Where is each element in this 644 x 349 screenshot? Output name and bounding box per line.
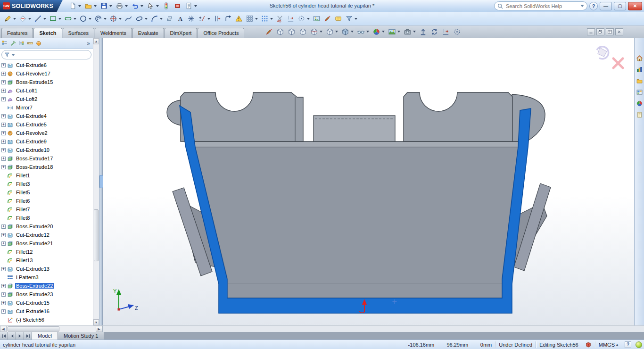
tree-item-cut-extrude9[interactable]: +Cut-Extrude9: [0, 137, 93, 146]
top-left-block[interactable]: [181, 92, 303, 141]
dropdown-arrow-icon[interactable]: [207, 18, 210, 20]
expander-icon[interactable]: +: [1, 284, 6, 288]
file-explorer-button[interactable]: [636, 77, 644, 85]
linear-sketch-pattern-button[interactable]: [244, 13, 259, 25]
tab-sketch[interactable]: Sketch: [33, 28, 62, 38]
extend-entities-button[interactable]: [285, 13, 296, 25]
tree-item-fillet3[interactable]: Fillet3: [0, 180, 93, 188]
restore-document-button[interactable]: [596, 28, 604, 35]
spline-button[interactable]: [123, 13, 134, 25]
tab-model[interactable]: Model: [32, 332, 58, 340]
trim-entities-button[interactable]: [274, 13, 285, 25]
save-button[interactable]: [99, 0, 114, 12]
center-boss[interactable]: [314, 116, 395, 141]
help-search-box[interactable]: [494, 1, 587, 10]
view-settings-button[interactable]: [402, 26, 417, 37]
tree-item-cut-loft2[interactable]: +Cut-Loft2: [0, 95, 93, 103]
confirm-sketch-icon[interactable]: [597, 47, 609, 59]
tree-item-fillet1[interactable]: Fillet1: [0, 171, 93, 180]
zoom-to-fit-button[interactable]: [275, 26, 286, 37]
offset-entities-button[interactable]: [197, 13, 212, 25]
dropdown-arrow-icon[interactable]: [351, 31, 354, 33]
expander-icon[interactable]: +: [1, 241, 6, 246]
dropdown-arrow-icon[interactable]: [43, 18, 46, 20]
expander-icon[interactable]: +: [1, 165, 6, 169]
selection-filter-button[interactable]: [344, 13, 359, 25]
dropdown-arrow-icon[interactable]: [355, 18, 357, 20]
dropdown-arrow-icon[interactable]: [307, 18, 310, 20]
ellipse-button[interactable]: [134, 13, 149, 25]
expander-icon[interactable]: +: [1, 89, 6, 93]
zoom-to-area-button[interactable]: [286, 26, 297, 37]
dropdown-arrow-icon[interactable]: [156, 5, 159, 7]
tree-item-cut-revolve2[interactable]: +Cut-Revolve2: [0, 129, 93, 137]
tab-motion-study-1[interactable]: Motion Study 1: [58, 332, 104, 340]
dropdown-arrow-icon[interactable]: [89, 18, 91, 20]
help-button[interactable]: ?: [589, 2, 598, 10]
undo-button[interactable]: [130, 0, 145, 12]
expander-icon[interactable]: +: [1, 80, 6, 84]
tree-item-fillet8[interactable]: Fillet8: [0, 214, 93, 222]
maximize-button[interactable]: ▢: [614, 2, 626, 10]
normal-to-button[interactable]: [418, 26, 429, 37]
scroll-up-icon[interactable]: ▲: [93, 38, 99, 44]
dropdown-arrow-icon[interactable]: [413, 31, 416, 33]
rear-left-lobe[interactable]: [167, 100, 181, 125]
circle-button[interactable]: [78, 13, 93, 25]
previous-view-button[interactable]: [297, 26, 308, 37]
dropdown-arrow-icon[interactable]: [125, 5, 128, 7]
open-document-button[interactable]: [83, 0, 98, 12]
tree-filter-input[interactable]: [1, 50, 91, 59]
dropdown-arrow-icon[interactable]: [58, 18, 61, 20]
solidworks-resources-button[interactable]: [636, 54, 644, 62]
resource-monitor-icon[interactable]: [636, 341, 642, 348]
rotate-view-button[interactable]: [429, 26, 440, 37]
dropdown-arrow-icon[interactable]: [104, 18, 107, 20]
split-view-button[interactable]: [606, 28, 614, 35]
tree-vertical-scrollbar[interactable]: ▲ ▼: [93, 38, 99, 325]
minimize-document-button[interactable]: [587, 28, 595, 35]
pan-button[interactable]: [440, 26, 451, 37]
propertymanager-tab-button[interactable]: [10, 40, 17, 47]
custom-properties-button[interactable]: [636, 111, 644, 119]
new-document-button[interactable]: [67, 0, 83, 12]
tree-item-cut-revolve17[interactable]: +Cut-Revolve17: [0, 69, 93, 78]
text-button[interactable]: A: [175, 13, 186, 25]
graphics-area[interactable]: Y Z: [103, 38, 634, 325]
expander-icon[interactable]: +: [1, 140, 6, 144]
appearances-scenes-button[interactable]: [636, 100, 644, 108]
hide-show-items-button[interactable]: [355, 26, 371, 37]
tab-weldments[interactable]: Weldments: [95, 28, 132, 38]
body-interior-face[interactable]: [195, 147, 518, 298]
quick-tips-button[interactable]: ?: [621, 341, 635, 348]
construction-geometry-button[interactable]: [296, 13, 311, 25]
unit-system-selector[interactable]: MMGS ▴: [595, 342, 621, 348]
edit-appearance-button[interactable]: [371, 26, 386, 37]
dropdown-arrow-icon[interactable]: [28, 18, 31, 20]
previous-tab-button[interactable]: [8, 332, 16, 340]
modify-sketch-button[interactable]: [333, 13, 344, 25]
tree-item-boss-extrude20[interactable]: +Boss-Extrude20: [0, 222, 93, 231]
tab-evaluate[interactable]: Evaluate: [132, 28, 164, 38]
dropdown-arrow-icon[interactable]: [140, 5, 143, 7]
tab-office-products[interactable]: Office Products: [198, 28, 244, 38]
relations-warning-button[interactable]: [233, 13, 244, 25]
expander-icon[interactable]: +: [1, 224, 6, 229]
scroll-thumb[interactable]: [8, 326, 59, 332]
expander-icon[interactable]: +: [1, 233, 6, 237]
tree-item-boss-extrude17[interactable]: +Boss-Extrude17: [0, 154, 93, 163]
cancel-sketch-icon[interactable]: [613, 58, 623, 68]
tree-item-cut-extrude6[interactable]: +Cut-Extrude6: [0, 61, 93, 69]
tree-item-fillet7[interactable]: Fillet7: [0, 205, 93, 214]
tree-item-cut-extrude13[interactable]: +Cut-Extrude13: [0, 265, 93, 273]
file-properties-button[interactable]: [183, 0, 198, 12]
configurationmanager-tab-button[interactable]: [18, 40, 25, 47]
scroll-down-icon[interactable]: ▼: [93, 319, 99, 325]
dropdown-arrow-icon[interactable]: [74, 18, 76, 20]
dropdown-arrow-icon[interactable]: [94, 5, 97, 7]
dropdown-arrow-icon[interactable]: [335, 31, 338, 33]
expander-icon[interactable]: +: [1, 309, 6, 314]
design-library-button[interactable]: [636, 66, 644, 74]
panel-splitter[interactable]: [99, 38, 103, 325]
panel-overflow-chevron[interactable]: »: [87, 40, 91, 47]
